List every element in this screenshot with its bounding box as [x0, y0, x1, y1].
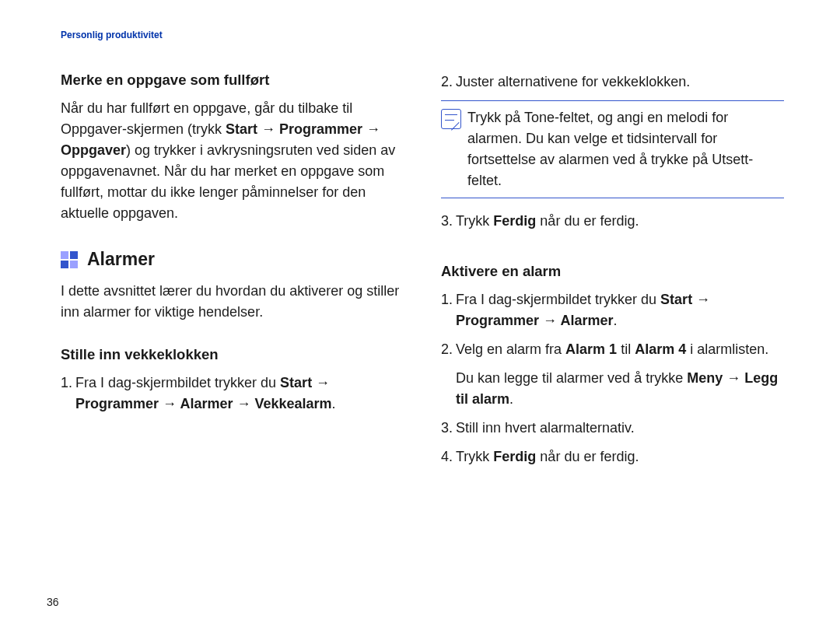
list-number: 2. — [441, 339, 453, 410]
list-number: 3. — [441, 211, 453, 232]
right-column: 2. Juster alternativene for vekkeklokken… — [441, 72, 784, 475]
bold-ferdig: Ferdig — [493, 449, 536, 464]
text: Trykk — [456, 449, 493, 464]
left-column: Merke en oppgave som fullført Når du har… — [61, 72, 404, 475]
list-item: 3. Still inn hvert alarmalternativ. — [441, 418, 784, 439]
note-text: Trykk på Tone-feltet, og angi en melodi … — [467, 107, 784, 191]
list-text: Velg en alarm fra Alarm 1 til Alarm 4 i … — [456, 339, 784, 410]
list-number: 3. — [441, 418, 453, 439]
list-text: Juster alternativene for vekkeklokken. — [456, 72, 784, 93]
text: Fra I dag-skjermbildet trykker du — [75, 375, 280, 390]
text: . — [332, 396, 336, 411]
list-item: 4. Trykk Ferdig når du er ferdig. — [441, 446, 784, 467]
text: når du er ferdig. — [536, 213, 639, 229]
note-icon — [441, 109, 461, 129]
text: . — [509, 391, 513, 407]
header-category: Personlig produktivitet — [61, 30, 784, 40]
sub-text: Du kan legge til alarmer ved å trykke Me… — [456, 368, 784, 410]
list-text: Still inn hvert alarmalternativ. — [456, 418, 784, 439]
paragraph-alarmer-intro: I dette avsnittet lærer du hvordan du ak… — [61, 281, 404, 323]
text: Velg en alarm fra — [456, 341, 565, 357]
text: til — [617, 341, 635, 357]
content-columns: Merke en oppgave som fullført Når du har… — [61, 72, 784, 475]
page-number: 36 — [47, 596, 59, 608]
heading-alarmer-text: Alarmer — [87, 249, 155, 270]
list-item: 2. Juster alternativene for vekkeklokken… — [441, 72, 784, 93]
paragraph-mark-task: Når du har fullført en oppgave, går du t… — [61, 98, 404, 224]
heading-stille-inn-vekkeklokken: Stille inn vekkeklokken — [61, 346, 404, 363]
list-number: 4. — [441, 446, 453, 467]
list-item: 1. Fra I dag-skjermbildet trykker du Sta… — [441, 289, 784, 331]
bold-alarm1: Alarm 1 — [565, 341, 617, 357]
list-text: Trykk Ferdig når du er ferdig. — [456, 211, 784, 232]
list-number: 1. — [441, 289, 453, 331]
list-stille-inn: 1. Fra I dag-skjermbildet trykker du Sta… — [61, 373, 404, 415]
list-text: Fra I dag-skjermbildet trykker du Start … — [456, 289, 784, 331]
list-item: 3. Trykk Ferdig når du er ferdig. — [441, 211, 784, 232]
note-box: Trykk på Tone-feltet, og angi en melodi … — [441, 100, 784, 198]
list-item: 1. Fra I dag-skjermbildet trykker du Sta… — [61, 373, 404, 415]
list-number: 1. — [61, 373, 72, 415]
list-vekkeklokke-end: 3. Trykk Ferdig når du er ferdig. — [441, 211, 784, 232]
list-vekkeklokke-cont: 2. Juster alternativene for vekkeklokken… — [441, 72, 784, 93]
text: når du er ferdig. — [536, 449, 639, 464]
list-aktivere-alarm: 1. Fra I dag-skjermbildet trykker du Sta… — [441, 289, 784, 467]
list-text: Trykk Ferdig når du er ferdig. — [456, 446, 784, 467]
list-number: 2. — [441, 72, 453, 93]
text: i alarmlisten. — [686, 341, 768, 357]
text: Du kan legge til alarmer ved å trykke — [456, 370, 687, 386]
squares-icon — [61, 251, 78, 268]
bold-ferdig: Ferdig — [493, 213, 536, 229]
text: Trykk — [456, 213, 493, 229]
list-item: 2. Velg en alarm fra Alarm 1 til Alarm 4… — [441, 339, 784, 410]
list-text: Fra I dag-skjermbildet trykker du Start … — [75, 373, 404, 415]
heading-aktivere-alarm: Aktivere en alarm — [441, 263, 784, 280]
heading-alarmer: Alarmer — [61, 249, 404, 270]
bold-alarm4: Alarm 4 — [635, 341, 686, 357]
text: . — [613, 313, 617, 328]
text: Fra I dag-skjermbildet trykker du — [456, 292, 660, 307]
heading-mark-task-complete: Merke en oppgave som fullført — [61, 72, 404, 89]
